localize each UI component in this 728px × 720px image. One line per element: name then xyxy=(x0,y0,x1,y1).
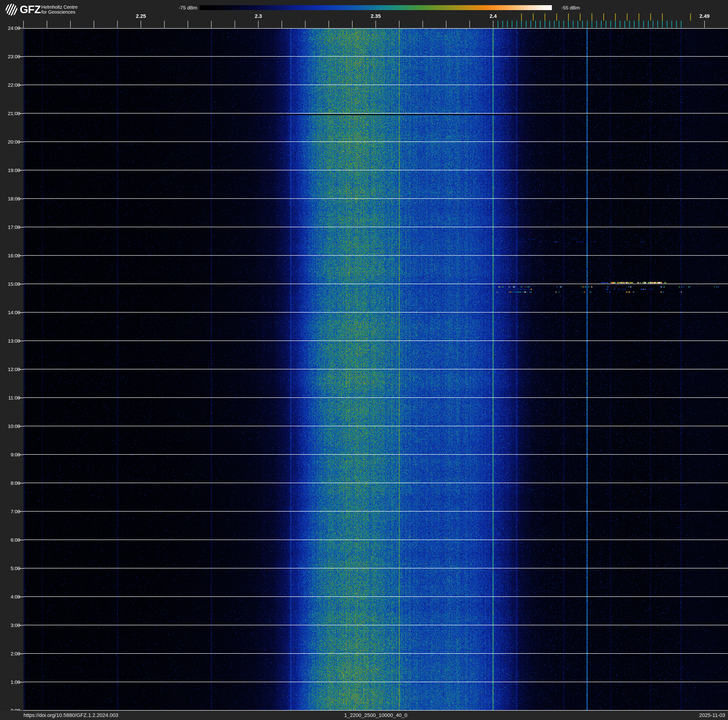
hour-tick xyxy=(18,199,23,199)
bluetooth-channel-tick xyxy=(554,21,555,28)
bluetooth-channel-tick xyxy=(549,21,550,28)
date-label: 2025-11-03 xyxy=(699,711,725,720)
freq-axis-label: 2.3 xyxy=(248,13,269,19)
wifi-channel-tick xyxy=(544,14,545,21)
wifi-channel-tick xyxy=(650,14,651,21)
freq-minor-tick xyxy=(188,21,188,28)
wifi-channel-tick xyxy=(615,14,616,21)
bluetooth-channel-tick xyxy=(535,21,536,28)
hour-tick xyxy=(18,654,23,654)
bluetooth-channel-tick xyxy=(531,21,531,28)
freq-axis-label: 2.49 xyxy=(694,13,715,19)
freq-minor-tick xyxy=(446,21,447,28)
freq-minor-tick xyxy=(47,21,47,28)
freq-minor-tick xyxy=(493,21,493,28)
bluetooth-channel-tick xyxy=(620,21,621,28)
freq-minor-tick xyxy=(281,21,282,28)
bluetooth-channel-tick xyxy=(606,21,606,28)
bluetooth-channel-tick xyxy=(634,21,635,28)
wifi-channel-tick xyxy=(690,14,691,21)
freq-minor-tick xyxy=(470,21,470,28)
hour-tick xyxy=(18,57,23,57)
bluetooth-channel-tick xyxy=(512,21,512,28)
hour-tick xyxy=(18,625,23,625)
hour-tick xyxy=(18,142,23,142)
bluetooth-channel-tick xyxy=(502,21,503,28)
wifi-channel-tick xyxy=(603,14,604,21)
hour-tick xyxy=(18,398,23,398)
hour-tick xyxy=(18,284,23,284)
wifi-channel-tick xyxy=(639,14,639,21)
hour-tick xyxy=(18,455,23,455)
freq-minor-tick xyxy=(399,21,399,28)
bluetooth-channel-tick xyxy=(559,21,560,28)
bluetooth-channel-tick xyxy=(662,21,663,28)
bluetooth-channel-tick xyxy=(671,21,672,28)
bluetooth-channel-tick xyxy=(516,21,517,28)
hour-tick xyxy=(18,597,23,597)
freq-minor-tick xyxy=(117,21,118,28)
footer: https://doi.org/10.5880/GFZ.1.2.2024.003… xyxy=(0,711,728,720)
wifi-channel-tick xyxy=(556,14,557,21)
freq-minor-tick xyxy=(164,21,165,28)
bluetooth-channel-tick xyxy=(624,21,625,28)
bluetooth-channel-tick xyxy=(657,21,658,28)
bluetooth-channel-tick xyxy=(578,21,578,28)
bluetooth-channel-tick xyxy=(544,21,545,28)
hour-tick xyxy=(18,426,23,426)
bluetooth-channel-tick xyxy=(540,21,541,28)
frequency-axis: 2.252.32.352.42.49 xyxy=(0,0,728,28)
bluetooth-channel-tick xyxy=(507,21,508,28)
freq-minor-tick xyxy=(704,21,705,28)
hour-tick xyxy=(18,312,23,313)
bluetooth-channel-tick xyxy=(498,21,498,28)
bluetooth-channel-tick xyxy=(596,21,597,28)
wifi-channel-tick xyxy=(592,14,592,21)
hour-tick xyxy=(18,256,23,256)
bluetooth-channel-tick xyxy=(526,21,526,28)
bluetooth-channel-tick xyxy=(676,21,677,28)
hour-tick xyxy=(18,113,23,114)
hour-tick xyxy=(18,540,23,540)
hour-tick xyxy=(18,483,23,483)
spectrogram-canvas xyxy=(23,28,728,711)
wifi-channel-tick xyxy=(568,14,569,21)
hour-tick xyxy=(18,341,23,341)
hour-tick xyxy=(18,682,23,682)
freq-axis-label: 2.25 xyxy=(130,13,151,19)
freq-minor-tick xyxy=(352,21,352,28)
freq-minor-tick xyxy=(211,21,212,28)
hour-tick xyxy=(18,85,23,85)
freq-minor-tick xyxy=(235,21,235,28)
freq-axis-label: 2.4 xyxy=(483,13,504,19)
bluetooth-channel-tick xyxy=(521,21,522,28)
bluetooth-channel-tick xyxy=(615,21,616,28)
wifi-channel-tick xyxy=(533,14,534,21)
hour-tick xyxy=(18,227,23,227)
bluetooth-channel-tick xyxy=(639,21,639,28)
freq-minor-tick xyxy=(141,21,141,28)
dataset-id: 1_2200_2500_10000_40_0 xyxy=(344,711,407,720)
hour-tick xyxy=(18,511,23,512)
spectrogram-page: GFZ Helmholtz Centre for Geosciences -75… xyxy=(0,0,728,720)
hour-tick xyxy=(18,568,23,569)
hour-tick xyxy=(18,369,23,370)
bluetooth-channel-tick xyxy=(582,21,583,28)
bluetooth-channel-tick xyxy=(648,21,648,28)
freq-minor-tick xyxy=(329,21,329,28)
freq-minor-tick xyxy=(70,21,71,28)
bluetooth-channel-tick xyxy=(653,21,653,28)
wifi-channel-tick xyxy=(521,14,522,21)
bluetooth-channel-tick xyxy=(681,21,682,28)
time-axis: 24:0023:0022:0021:0020:0019:0018:0017:00… xyxy=(0,0,23,720)
bluetooth-channel-tick xyxy=(573,21,574,28)
freq-minor-tick xyxy=(305,21,306,28)
freq-minor-tick xyxy=(258,21,258,28)
freq-minor-tick xyxy=(376,21,376,28)
bluetooth-channel-tick xyxy=(587,21,587,28)
freq-minor-tick xyxy=(94,21,94,28)
doi-text: https://doi.org/10.5880/GFZ.1.2.2024.003 xyxy=(23,711,118,720)
bluetooth-channel-tick xyxy=(667,21,667,28)
bluetooth-channel-tick xyxy=(629,21,630,28)
bluetooth-channel-tick xyxy=(643,21,644,28)
